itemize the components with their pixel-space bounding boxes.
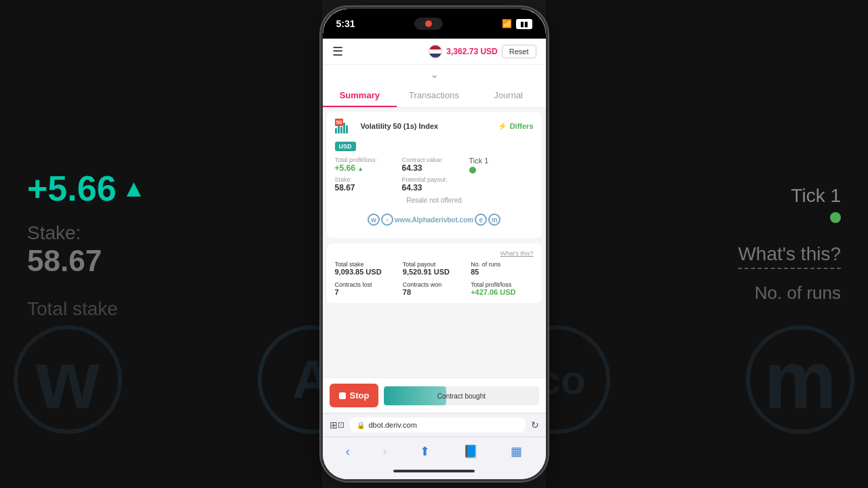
contracts-lost-label: Contracts lost <box>335 281 397 288</box>
stat-potential-payout: Potential payout: 64.33 <box>402 176 467 192</box>
tab-summary[interactable]: Summary <box>323 83 397 107</box>
bg-tick-label: Tick 1 <box>791 185 841 207</box>
url-bar[interactable]: 🔒 dbot.deriv.com <box>350 418 526 432</box>
no-of-runs-label: No. of runs <box>471 261 533 268</box>
whats-this-link[interactable]: What's this? <box>335 250 534 257</box>
stat-payout-label: Potential payout: <box>402 176 467 183</box>
wm-e-icon: e <box>475 214 487 226</box>
home-indicator <box>323 466 546 479</box>
market-card: 50 Volatility 50 (1s) Index <box>327 112 542 238</box>
usd-badge: USD <box>335 142 356 151</box>
stat-profit-label: Total profit/loss: <box>335 157 399 163</box>
stat-contract-label: Contract value: <box>402 157 467 163</box>
total-payout-label: Total payout <box>403 261 465 268</box>
stat-stake-value: 58.67 <box>335 183 399 192</box>
record-dot-icon <box>425 20 432 27</box>
contracts-lost-value: 7 <box>335 288 397 296</box>
wifi-icon: 📶 <box>502 19 512 28</box>
bg-arrow-up-icon: ▲ <box>122 174 146 203</box>
stat-contract-value: Contract value: 64.33 <box>402 157 467 174</box>
wm-m2-icon: m <box>488 214 500 226</box>
wm-w: w <box>14 325 122 434</box>
total-stake-value: 9,093.85 USD <box>335 268 397 276</box>
home-bar <box>393 470 475 472</box>
bg-runs-label: No. of runs <box>755 283 841 304</box>
stat-stake: Stake: 58.67 <box>335 176 399 192</box>
progress-bar-container: Contract bought <box>384 386 538 405</box>
market-header: 50 Volatility 50 (1s) Index <box>335 119 534 134</box>
header-right: 3,362.73 USD Reset <box>429 45 536 58</box>
differs-icon: ⚡ <box>498 122 507 131</box>
balance-display: 3,362.73 USD <box>446 47 497 56</box>
summary-grid: Total stake 9,093.85 USD Total payout 9,… <box>335 261 534 296</box>
forward-button[interactable]: › <box>377 443 392 460</box>
chevron-bar: ⌄ <box>323 65 546 83</box>
stat-contract-val: 64.33 <box>402 163 467 173</box>
status-pill <box>414 18 443 30</box>
tab-journal[interactable]: Journal <box>471 83 546 107</box>
menu-icon[interactable]: ☰ <box>332 44 343 59</box>
market-badge: 50 <box>335 119 344 126</box>
wm-m: m <box>746 325 854 434</box>
status-bar: 5:31 📶 ▮▮ <box>323 9 546 39</box>
reset-button[interactable]: Reset <box>502 45 536 58</box>
app-header: ☰ 3,362.73 USD Reset <box>323 39 546 65</box>
tick1-box: Tick 1 <box>469 157 534 174</box>
bg-stake-label: Stake: <box>27 222 81 244</box>
contracts-lost-item: Contracts lost 7 <box>335 281 397 296</box>
bg-stake-value: 58.67 <box>27 244 102 278</box>
wm-w-icon: w <box>368 214 380 226</box>
tabs-button[interactable]: ▦ <box>505 443 528 460</box>
reload-icon[interactable]: ↻ <box>531 420 539 430</box>
tick1-label: Tick 1 <box>469 157 489 165</box>
share-icon[interactable]: ⊡ <box>338 420 344 430</box>
wm-circle-icon: ○ <box>381 214 393 226</box>
phone-inner: 5:31 📶 ▮▮ ☰ 3,362.73 USD Reset ⌄ <box>323 9 546 479</box>
stat-profit: Total profit/loss: +5.66 ▲ <box>335 157 399 174</box>
differs-badge: ⚡ Differs <box>498 122 534 131</box>
flag-icon <box>429 45 442 58</box>
battery-icon: ▮▮ <box>516 19 532 29</box>
url-text: dbot.deriv.com <box>369 421 417 429</box>
content-area: 50 Volatility 50 (1s) Index <box>323 108 546 378</box>
bg-profit: +5.66 ▲ <box>27 168 146 209</box>
back-button[interactable]: ‹ <box>340 443 355 460</box>
total-stake-item: Total stake 9,093.85 USD <box>335 261 397 276</box>
stat-profit-value: +5.66 ▲ <box>335 163 399 173</box>
bg-green-dot-icon <box>830 212 841 223</box>
lock-icon: 🔒 <box>357 422 365 429</box>
summary-stats-card: What's this? Total stake 9,093.85 USD To… <box>327 243 542 303</box>
tick1-dot-icon <box>469 167 476 174</box>
resale-text: Resale not offered <box>335 192 534 208</box>
stat-stake-label: Stake: <box>335 176 399 183</box>
share-button[interactable]: ⬆ <box>414 443 435 460</box>
total-payout-value: 9,520.91 USD <box>403 268 465 276</box>
chevron-down-icon[interactable]: ⌄ <box>430 68 439 81</box>
wm-url-text: www.Alphaderivbot.com <box>395 216 473 224</box>
market-stats: Total profit/loss: +5.66 ▲ Contract valu… <box>335 157 534 192</box>
stop-button[interactable]: Stop <box>330 384 379 407</box>
bottom-action-bar: Stop Contract bought <box>323 378 546 413</box>
stat-payout-value: 64.33 <box>402 183 467 192</box>
browser-bar: ⊞ ⊡ 🔒 dbot.deriv.com ↻ <box>323 413 546 436</box>
browser-bottom-nav: ‹ › ⬆ 📘 ▦ <box>323 436 546 466</box>
browser-tabs-icon[interactable]: ⊞ <box>330 420 338 430</box>
status-icons: 📶 ▮▮ <box>502 19 532 29</box>
bg-whats-this: What's this? <box>738 243 841 269</box>
bg-total-stake-label: Total stake <box>27 298 118 320</box>
progress-label: Contract bought <box>437 392 486 399</box>
tab-transactions[interactable]: Transactions <box>397 83 471 107</box>
contracts-won-value: 78 <box>403 288 465 296</box>
tabs-container: Summary Transactions Journal <box>323 83 546 108</box>
bookmarks-button[interactable]: 📘 <box>458 443 484 460</box>
contracts-won-label: Contracts won <box>403 281 465 288</box>
phone-frame: 5:31 📶 ▮▮ ☰ 3,362.73 USD Reset ⌄ <box>321 7 548 481</box>
total-payout-item: Total payout 9,520.91 USD <box>403 261 465 276</box>
market-info: 50 Volatility 50 (1s) Index <box>335 119 439 134</box>
market-name: Volatility 50 (1s) Index <box>361 122 439 130</box>
status-time: 5:31 <box>336 18 355 29</box>
contracts-won-item: Contracts won 78 <box>403 281 465 296</box>
no-of-runs-value: 85 <box>471 268 533 276</box>
total-pl-label: Total profit/loss <box>471 281 533 288</box>
total-profit-loss-item: Total profit/loss +427.06 USD <box>471 281 533 296</box>
